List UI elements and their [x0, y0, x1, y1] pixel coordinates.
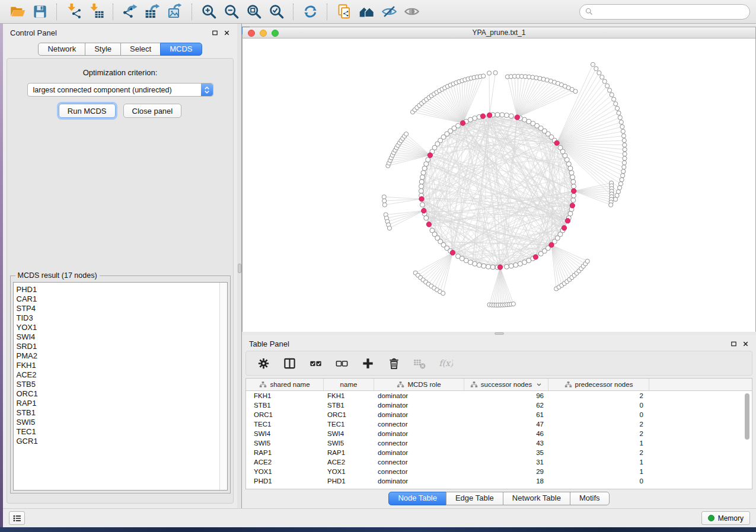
window-minimize-icon[interactable]	[260, 30, 267, 37]
export-table-button[interactable]	[141, 2, 164, 21]
search-input[interactable]	[596, 8, 745, 16]
result-list-item[interactable]: SWI4	[17, 332, 219, 342]
table-row[interactable]: RAP1RAP1dominator352	[246, 448, 752, 457]
close-panel-icon[interactable]	[224, 30, 230, 36]
save-button[interactable]	[28, 2, 51, 21]
result-list-item[interactable]: PHD1	[17, 285, 219, 294]
result-list-item[interactable]: YOX1	[17, 323, 219, 332]
result-list-item[interactable]: GCR1	[17, 437, 219, 446]
control-panel-tabbar: NetworkStyleSelectMCDS	[3, 43, 237, 56]
table-row[interactable]: ORC1ORC1dominator610	[246, 410, 752, 419]
table-row[interactable]: PHD1PHD1dominator180	[246, 476, 752, 486]
window-maximize-icon[interactable]	[272, 30, 279, 37]
scrollbar-thumb[interactable]	[745, 393, 749, 440]
network-graph[interactable]	[243, 39, 755, 332]
show-details-button[interactable]	[400, 2, 423, 21]
result-list-item[interactable]: PMA2	[17, 351, 219, 361]
close-panel-button[interactable]: Close panel	[123, 104, 182, 118]
split-columns-button[interactable]	[279, 354, 299, 373]
mcds-result-list[interactable]: PHD1CAR1STP4TID3YOX1SWI4SRD1PMA2FKH1ACE2…	[14, 283, 219, 490]
table-row[interactable]: YOX1YOX1connector291	[246, 467, 752, 476]
result-list-item[interactable]: ORC1	[17, 389, 219, 399]
result-list-item[interactable]: TEC1	[17, 427, 219, 437]
toolbar-separator	[56, 4, 57, 20]
control-panel: Control Panel NetworkStyleSelectMCDS Opt…	[3, 24, 237, 508]
horizontal-splitter[interactable]	[242, 332, 756, 335]
tab-edge-table[interactable]: Edge Table	[446, 492, 503, 505]
splitter-grip[interactable]	[238, 264, 241, 273]
tab-style[interactable]: Style	[85, 43, 121, 56]
result-list-item[interactable]: TID3	[17, 313, 219, 323]
zoom-out-button[interactable]	[220, 2, 243, 21]
open-folder-button[interactable]	[6, 2, 28, 21]
table-settings-button[interactable]	[253, 354, 273, 373]
share-document-button[interactable]	[333, 2, 355, 21]
float-panel-icon[interactable]	[212, 30, 218, 36]
column-header-shared-name[interactable]: shared name	[246, 379, 324, 390]
column-header-successor-nodes[interactable]: successor nodes	[464, 379, 548, 390]
result-list-item[interactable]: RAP1	[17, 399, 219, 408]
window-close-icon[interactable]	[248, 30, 255, 37]
import-network-button[interactable]	[62, 2, 85, 21]
cell-name: ACE2	[324, 459, 374, 466]
zoom-selected-button[interactable]	[265, 2, 288, 21]
table-row[interactable]: SWI4SWI4dominator462	[246, 429, 752, 438]
export-image-button[interactable]	[164, 2, 186, 21]
tab-mcds[interactable]: MCDS	[160, 43, 202, 56]
select-all-rows-button[interactable]	[305, 354, 326, 373]
result-list-item[interactable]: ACE2	[17, 370, 219, 380]
float-panel-icon[interactable]	[731, 341, 737, 347]
result-list-item[interactable]: FKH1	[17, 361, 219, 370]
network-overview-button[interactable]	[355, 2, 378, 21]
result-list-item[interactable]: STB1	[17, 408, 219, 418]
result-list-scrollbar[interactable]	[219, 283, 227, 490]
tab-select[interactable]: Select	[120, 43, 161, 56]
refresh-layout-button[interactable]	[299, 2, 321, 21]
save-icon	[32, 4, 48, 20]
toolbar-separator	[192, 4, 192, 20]
table-row[interactable]: SWI5SWI5connector431	[246, 438, 752, 448]
search-box[interactable]	[579, 4, 750, 20]
table-scrollbar[interactable]	[744, 392, 751, 488]
cell-name: RAP1	[324, 449, 374, 456]
task-history-button[interactable]	[9, 511, 25, 525]
table-row[interactable]: TEC1TEC1connector472	[246, 419, 752, 429]
result-list-item[interactable]: SWI5	[17, 418, 219, 427]
cell-name: TEC1	[324, 421, 374, 428]
column-header-predecessor-nodes[interactable]: predecessor nodes	[548, 379, 649, 390]
add-column-button[interactable]	[358, 354, 378, 373]
run-mcds-button[interactable]: Run MCDS	[59, 104, 116, 118]
tab-motifs[interactable]: Motifs	[570, 492, 610, 505]
zoom-in-button[interactable]	[197, 2, 220, 21]
memory-button[interactable]: Memory	[701, 511, 750, 525]
tab-network-table[interactable]: Network Table	[503, 492, 570, 505]
tab-network[interactable]: Network	[38, 43, 85, 56]
splitter-grip[interactable]	[495, 332, 504, 335]
result-list-item[interactable]: SRD1	[17, 342, 219, 351]
column-header-MCDS-role[interactable]: MCDS role	[374, 379, 464, 390]
result-list-item[interactable]: CAR1	[17, 294, 219, 304]
export-network-button[interactable]	[119, 2, 141, 21]
close-panel-icon[interactable]	[742, 341, 749, 347]
network-canvas[interactable]	[243, 39, 755, 332]
tab-node-table[interactable]: Node Table	[388, 492, 446, 505]
cell-mcds-role: connector	[374, 459, 464, 466]
table-row[interactable]: ACE2ACE2connector311	[246, 457, 752, 467]
cell-successor-nodes: 35	[464, 449, 548, 456]
network-nodes[interactable]	[382, 62, 627, 307]
import-table-button[interactable]	[85, 2, 107, 21]
result-list-item[interactable]: STP4	[17, 304, 219, 313]
optimization-criterion-select[interactable]: largest connected component (undirected)	[27, 83, 213, 97]
network-view-titlebar[interactable]: YPA_prune.txt_1	[243, 27, 755, 39]
cell-mcds-role: dominator	[374, 402, 464, 409]
table-row[interactable]: STB1STB1dominator620	[246, 400, 752, 410]
share-document-icon	[336, 4, 352, 20]
deselect-all-rows-button[interactable]	[331, 354, 352, 373]
hide-details-button[interactable]	[378, 2, 400, 21]
column-header-name[interactable]: name	[324, 379, 374, 390]
zoom-fit-button[interactable]	[243, 2, 265, 21]
result-list-item[interactable]: STB5	[17, 380, 219, 389]
vertical-splitter[interactable]	[237, 24, 242, 508]
delete-column-button[interactable]	[384, 354, 404, 373]
table-row[interactable]: FKH1FKH1dominator962	[246, 391, 752, 400]
